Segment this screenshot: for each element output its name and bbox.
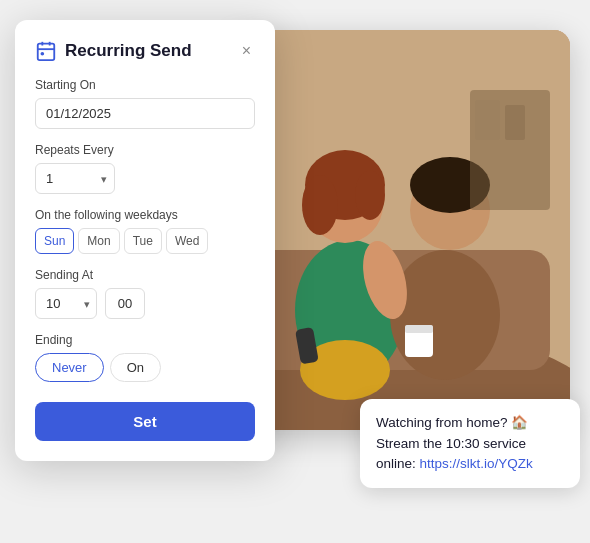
sending-at-label: Sending At	[35, 268, 255, 282]
svg-point-6	[302, 175, 338, 235]
message-bubble: Watching from home? 🏠 Stream the 10:30 s…	[360, 399, 580, 488]
weekday-sun[interactable]: Sun	[35, 228, 74, 254]
ending-field: Ending Never On	[35, 333, 255, 382]
svg-point-23	[41, 53, 43, 55]
minute-display: 00	[105, 288, 145, 319]
ending-label: Ending	[35, 333, 255, 347]
close-button[interactable]: ×	[238, 41, 255, 61]
weekdays-field: On the following weekdays Sun Mon Tue We…	[35, 208, 255, 254]
dialog-title: Recurring Send	[65, 41, 192, 61]
svg-rect-13	[405, 325, 433, 333]
message-text: Watching from home? 🏠 Stream the 10:30 s…	[376, 413, 564, 474]
svg-point-7	[355, 170, 385, 220]
ending-never-button[interactable]: Never	[35, 353, 104, 382]
ending-buttons: Never On	[35, 353, 255, 382]
weekdays-label: On the following weekdays	[35, 208, 255, 222]
repeats-every-select-wrapper: 1 2 3 4	[35, 163, 115, 194]
weekday-tue[interactable]: Tue	[124, 228, 162, 254]
sending-at-row: 10 11 12 00	[35, 288, 255, 319]
calendar-icon	[35, 40, 57, 62]
starting-on-field: Starting On	[35, 78, 255, 129]
photo-card	[230, 30, 570, 430]
weekday-buttons: Sun Mon Tue Wed	[35, 228, 255, 254]
weekday-wed[interactable]: Wed	[166, 228, 208, 254]
dialog-header: Recurring Send ×	[35, 40, 255, 62]
scene: Watching from home? 🏠 Stream the 10:30 s…	[0, 0, 590, 543]
message-link[interactable]: https://slkt.io/YQZk	[420, 456, 533, 471]
set-button[interactable]: Set	[35, 402, 255, 441]
svg-rect-18	[505, 105, 525, 140]
hour-select-wrapper: 10 11 12	[35, 288, 97, 319]
starting-on-input[interactable]	[35, 98, 255, 129]
starting-on-label: Starting On	[35, 78, 255, 92]
svg-point-9	[390, 250, 500, 380]
hour-select[interactable]: 10 11 12	[35, 288, 97, 319]
repeats-every-field: Repeats Every 1 2 3 4	[35, 143, 255, 194]
svg-rect-17	[475, 100, 500, 140]
repeats-every-select[interactable]: 1 2 3 4	[35, 163, 115, 194]
svg-rect-19	[38, 44, 55, 60]
weekday-mon[interactable]: Mon	[78, 228, 119, 254]
dialog-title-row: Recurring Send	[35, 40, 192, 62]
ending-on-button[interactable]: On	[110, 353, 161, 382]
recurring-send-dialog: Recurring Send × Starting On Repeats Eve…	[15, 20, 275, 461]
sending-at-field: Sending At 10 11 12 00	[35, 268, 255, 319]
repeats-every-label: Repeats Every	[35, 143, 255, 157]
couple-photo	[230, 30, 570, 430]
